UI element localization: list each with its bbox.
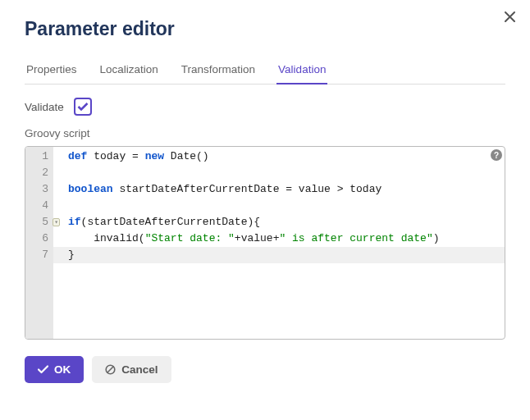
line-number: 5▾ [34, 214, 48, 231]
cancel-button-label: Cancel [121, 363, 158, 376]
code-line[interactable] [68, 198, 500, 214]
help-icon[interactable]: ? [491, 149, 502, 161]
svg-line-1 [107, 367, 113, 372]
cancel-icon [105, 364, 116, 375]
validate-label: Validate [25, 101, 64, 113]
dialog-footer: OK Cancel [25, 356, 505, 383]
tab-transformation[interactable]: Transformation [180, 58, 257, 84]
parameter-editor-dialog: Parameter editor Properties Localization… [0, 0, 530, 420]
editor-code[interactable]: def today = new Date()boolean startDateA… [53, 147, 505, 339]
ok-button-label: OK [54, 363, 71, 376]
tab-validation[interactable]: Validation [276, 58, 327, 84]
close-button[interactable] [505, 11, 515, 25]
line-number: 2 [34, 165, 48, 181]
cancel-button[interactable]: Cancel [92, 356, 171, 383]
validate-checkbox[interactable] [74, 98, 92, 116]
line-number: 3 [34, 181, 48, 198]
code-line[interactable]: boolean startDateAfterCurrentDate = valu… [68, 181, 500, 198]
script-label: Groovy script [25, 127, 505, 139]
tabs: Properties Localization Transformation V… [25, 58, 505, 84]
fold-marker-icon[interactable]: ▾ [53, 218, 60, 226]
check-icon [77, 102, 89, 112]
code-line[interactable]: invalid("Start date: "+value+" is after … [68, 231, 500, 247]
tab-localization[interactable]: Localization [98, 58, 160, 84]
line-number: 4 [34, 198, 48, 214]
ok-button[interactable]: OK [25, 356, 84, 383]
line-number: 7 [34, 247, 48, 263]
editor-gutter: 12345▾67 [25, 147, 53, 339]
code-line[interactable]: } [53, 247, 505, 263]
line-number: 6 [34, 231, 48, 247]
code-line[interactable] [68, 165, 500, 181]
code-editor[interactable]: 12345▾67 def today = new Date()boolean s… [25, 146, 505, 340]
line-number: 1 [34, 148, 48, 165]
dialog-title: Parameter editor [25, 18, 505, 40]
editor-wrap: ? 12345▾67 def today = new Date()boolean… [25, 146, 505, 340]
check-icon [38, 365, 48, 374]
code-line[interactable]: if(startDateAfterCurrentDate){ [68, 214, 500, 231]
validate-row: Validate [25, 98, 505, 116]
tab-properties[interactable]: Properties [25, 58, 79, 84]
code-line[interactable]: def today = new Date() [68, 148, 500, 165]
